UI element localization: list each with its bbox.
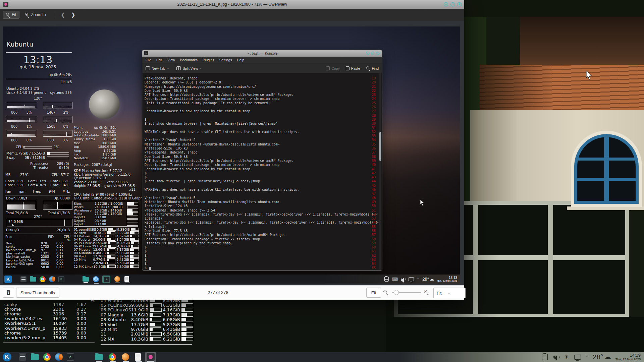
zoom-in-statusbar-icon[interactable]: + [424, 290, 429, 296]
sidebar-toggle-button[interactable]: ❯ [3, 288, 14, 298]
wallpaper-bottom-dark [386, 317, 644, 352]
terminal-line-number: 19 [372, 76, 376, 80]
gwenview-titlebar[interactable]: 2025-11-13_13-13-11_K.jpg - 644x362 - … [0, 0, 464, 9]
previous-image-button[interactable]: ❮ [58, 12, 68, 18]
terminal-line: APT-Sources: http://ubuntu.c3sl.ufpr.br/… [145, 233, 379, 237]
distro-size-free: 6.08GiB [163, 317, 180, 322]
core-temp: Core1 37°C [28, 179, 47, 183]
expand-tray-icon[interactable]: ⌃ [585, 355, 589, 360]
brightness-tray-icon[interactable]: ☀ [564, 354, 569, 360]
distro-row: 12 MX 10.3GiB 6.21GiB [101, 337, 193, 341]
settings-icon[interactable] [19, 353, 26, 361]
fan-unit: rpm [19, 190, 25, 193]
process-pid: 2301 [53, 307, 76, 312]
terminal-launcher-icon[interactable]: > [67, 353, 74, 361]
distro-row: 06 PCLinuxOS 11,9GiB 4,16GiB [74, 244, 139, 248]
task-orange-app-icon[interactable] [122, 353, 129, 361]
next-image-button[interactable]: ❯ [68, 12, 78, 18]
file-manager-icon[interactable] [31, 354, 39, 360]
menu-item: Settings [219, 58, 232, 62]
process-row: kworker/u25:1 16084 0.00 [4, 321, 95, 326]
process-cpu: 0.00 [76, 335, 95, 340]
volume-tray-icon [401, 277, 405, 281]
shot-clock-date: qui., 13 nov. 2025 [437, 280, 457, 282]
task-editor-icon[interactable] [135, 353, 141, 361]
terminal-text: Maintainer: Ubuntu Mozilla Team <ubuntu-… [145, 200, 279, 204]
cpu-graph [43, 116, 72, 123]
display-tray-icon [409, 277, 414, 281]
mem-row: inxi 1.85 GiB [74, 153, 116, 156]
disk-dial-label: 270° [3, 215, 73, 219]
filesystem-row: Works 24,0KiB / 1,90GiB [74, 205, 138, 208]
zoom-in-button[interactable]: + Zoom In [22, 11, 49, 18]
zoom-out-icon[interactable]: – [383, 290, 388, 296]
mem-row-value: 1881 MiB [101, 141, 116, 145]
task-chrome-icon[interactable] [109, 353, 116, 361]
maximize-icon[interactable]: □ [450, 2, 455, 7]
cpu-graph [7, 130, 36, 137]
terminal-line: Description: Transitional package - chro… [145, 163, 379, 167]
terminal-line: $63 [145, 258, 379, 262]
chrome-icon[interactable] [43, 353, 51, 361]
app-version: konsole 23.08.5 [74, 180, 101, 184]
terminal-text: Download-Size: 77,3 kB [145, 229, 187, 233]
weather-cloud-icon[interactable]: ☁ [604, 353, 611, 361]
sidebar-toggle-icon: ❯ [7, 290, 10, 295]
distro-bar-used [108, 241, 116, 244]
maximize-icon: □ [371, 52, 374, 55]
divider [6, 52, 72, 53]
distro-row: 09 Void 17.7GiB 5.87GiB [101, 322, 193, 327]
terminal-text: $ [145, 171, 147, 175]
task-file-manager-icon[interactable] [95, 354, 103, 360]
mem-row-value: 1.85 GiB [102, 153, 116, 156]
firefox-icon[interactable] [55, 353, 62, 361]
frameworks-version: KDE Frameworks Version: 5.115.0 [74, 173, 130, 176]
threads-label: Threads: [21, 166, 48, 170]
distro-row: 10 Mint 9,77GiB 6,43GiB [74, 258, 139, 261]
show-thumbnails-button[interactable]: Show Thumbnails [16, 288, 59, 298]
mem-row-value: ,98, 0,51 [102, 130, 116, 133]
minimize-icon[interactable]: ⌄ [444, 2, 448, 7]
terminal-line-number: 61 [372, 249, 376, 253]
clock[interactable]: 14:19 Thu, 13 Nov 2025 [615, 353, 641, 361]
distro-bar-free [181, 337, 193, 341]
distro-bar-used [107, 265, 116, 268]
shot-conky-distro-list: 01 openSUSE 30,3GiB 9,38GiB 02 Arch 18,0… [74, 228, 139, 268]
terminal-text: $ [145, 262, 147, 265]
find-button: Find [366, 66, 379, 70]
zoom-mode-select[interactable]: Fit ⌄ [433, 288, 466, 298]
terminal-line-number: 50 [372, 204, 376, 208]
mem-value: 1,79GiB / 15,5GiB [13, 152, 45, 155]
fit-statusbar-button[interactable]: Fit [366, 288, 381, 298]
process-pid: 1187 [53, 302, 76, 307]
zoom-slider-handle[interactable] [394, 290, 399, 295]
zoom-slider[interactable] [392, 292, 421, 293]
distro-size-used: 10,3GiB [93, 265, 106, 268]
cpu-freq: 1508 [47, 125, 55, 128]
volume-tray-icon[interactable] [553, 354, 559, 360]
terminal-text: . [145, 105, 149, 109]
display-tray-icon[interactable] [574, 355, 581, 360]
distro-name: 12 MX [101, 337, 131, 342]
conky-distro-list: 04 Fedora 20.0GiB 8.54GiB 05 PCLinuxOS 9… [101, 298, 193, 342]
process-row: kworker/2:1-mm_p 15833 0.00 [4, 326, 95, 330]
cpu-graph [7, 102, 36, 109]
clipboard-tray-icon[interactable] [542, 354, 548, 360]
fit-button[interactable]: Fit [3, 11, 19, 19]
terminal-line-number: 44 [372, 179, 376, 183]
close-icon[interactable]: ✕ [457, 2, 462, 7]
task-gwenview-active[interactable] [145, 352, 156, 362]
gwenview-image-view[interactable]: Kubuntu 13:13 qui, 13 nov. 2025 up 0h 6m… [0, 21, 464, 286]
terminal-line-number: 53 [372, 217, 376, 221]
process-pid: 15833 [53, 326, 76, 331]
distro-row: 07 Mageia 13,6GiB 7,17GiB [74, 248, 139, 251]
distro-row: 06 PCLinuxOS 11.9GiB 4.16GiB [101, 308, 193, 312]
zoom-mode-value: Fit [437, 291, 441, 296]
file-manager-icon [30, 277, 36, 282]
kde-launcher-icon[interactable]: K [3, 353, 11, 361]
mem-row-label: top [74, 145, 98, 148]
temperature[interactable]: 28° [593, 353, 603, 361]
cpu-temp-label: CPU [52, 173, 58, 177]
terminal-text: Maintainer: Ubuntu Developers <ubuntu-de… [145, 142, 279, 146]
terminal-line: Download-Size: 50,0 kB38 [145, 155, 379, 159]
